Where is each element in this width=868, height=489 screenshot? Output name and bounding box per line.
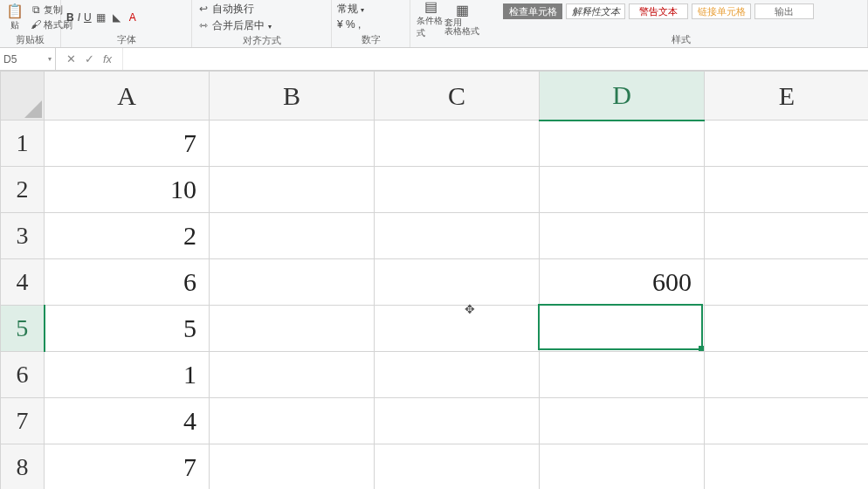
cell-C5[interactable] [375, 306, 540, 352]
cell-B6[interactable] [210, 352, 375, 398]
cell-D3[interactable] [540, 213, 705, 259]
copy-label: 复制 [44, 3, 63, 17]
style-swatch-output[interactable]: 输出 [754, 3, 814, 19]
cell-B7[interactable] [210, 398, 375, 444]
row-header-5[interactable]: 5 [1, 306, 45, 352]
fill-icon: ◣ [111, 11, 123, 24]
row-header-7[interactable]: 7 [1, 398, 45, 444]
cell-E6[interactable] [705, 352, 869, 398]
cell-E3[interactable] [705, 213, 869, 259]
column-header-C[interactable]: C [375, 72, 540, 121]
cell-B3[interactable] [210, 213, 375, 259]
style-swatch-check[interactable]: 检查单元格 [503, 3, 562, 19]
row-header-1[interactable]: 1 [1, 121, 45, 167]
comma-button[interactable]: , [358, 18, 361, 31]
row-header-8[interactable]: 8 [1, 444, 45, 490]
style-swatch-explain[interactable]: 解释性文本 [566, 3, 625, 19]
font-color-icon: A [127, 11, 139, 24]
cell-E4[interactable] [705, 259, 869, 306]
cell-B8[interactable] [210, 444, 375, 490]
cell-C1[interactable] [375, 121, 540, 167]
cell-A4[interactable]: 6 [45, 259, 210, 306]
row-header-3[interactable]: 3 [1, 213, 45, 259]
style-swatch-warn[interactable]: 警告文本 [629, 3, 688, 19]
spreadsheet-grid[interactable]: ABCDE 17210324660055617487 ✥ [0, 71, 868, 489]
cell-E8[interactable] [705, 444, 869, 490]
cell-E5[interactable] [705, 306, 869, 352]
cell-D1[interactable] [540, 121, 705, 167]
font-color-button[interactable]: A [127, 11, 139, 24]
conditional-format-icon: ▤ [424, 0, 437, 15]
row-header-4[interactable]: 4 [1, 259, 45, 306]
cell-D6[interactable] [540, 352, 705, 398]
cell-C7[interactable] [375, 398, 540, 444]
cell-B4[interactable] [210, 259, 375, 306]
column-header-D[interactable]: D [540, 72, 705, 121]
select-all-corner[interactable] [1, 72, 45, 121]
cell-A7[interactable]: 4 [45, 398, 210, 444]
formula-bar[interactable] [123, 48, 868, 70]
ribbon-group-clipboard: 📋 贴 ⧉ 复制 🖌 格式刷 剪贴板 [0, 0, 61, 47]
percent-button[interactable]: % [346, 18, 355, 31]
cell-D7[interactable] [540, 398, 705, 444]
cell-A3[interactable]: 2 [45, 213, 210, 259]
ribbon-group-formatting: ▤ 条件格式 ▦ 套用 表格格式 [410, 0, 494, 47]
merge-label: 合并后居中 [212, 19, 265, 31]
font-group-label: 字体 [66, 32, 186, 46]
style-swatch-link[interactable]: 链接单元格 [692, 3, 751, 19]
italic-button[interactable]: I [78, 11, 80, 24]
cell-D8[interactable] [540, 444, 705, 490]
paste-button[interactable]: 📋 贴 [5, 4, 24, 31]
cell-D2[interactable] [540, 167, 705, 213]
wrap-label: 自动换行 [212, 3, 254, 15]
merge-center-button[interactable]: ⇿ 合并后居中 ▾ [197, 18, 272, 33]
cell-D4[interactable]: 600 [540, 259, 705, 306]
ribbon-group-font: B I U ▦ ◣ A 字体 [61, 0, 192, 47]
number-format-select[interactable]: 常规 ▾ [337, 2, 364, 17]
fx-icon[interactable]: fx [103, 52, 112, 65]
merge-icon: ⇿ [197, 19, 210, 31]
conditional-format-button[interactable]: ▤ 条件格式 [416, 5, 445, 31]
name-box-value: D5 [3, 53, 17, 65]
bold-button[interactable]: B [66, 11, 74, 24]
cell-E7[interactable] [705, 398, 869, 444]
cancel-formula-button[interactable]: ✕ [66, 52, 76, 65]
styles-group-label: 样式 [499, 32, 862, 46]
ribbon-group-number: 常规 ▾ ¥ % , 数字 [332, 0, 410, 47]
cell-A6[interactable]: 1 [45, 352, 210, 398]
name-box[interactable]: D5 ▾ [0, 48, 56, 70]
underline-button[interactable]: U [84, 11, 92, 24]
paste-icon: 📋 [6, 3, 24, 19]
row-header-2[interactable]: 2 [1, 167, 45, 213]
cell-D5[interactable] [540, 306, 705, 352]
cell-B5[interactable] [210, 306, 375, 352]
cell-A8[interactable]: 7 [45, 444, 210, 490]
cell-E1[interactable] [705, 121, 869, 167]
column-header-E[interactable]: E [705, 72, 869, 121]
cell-E2[interactable] [705, 167, 869, 213]
cell-A1[interactable]: 7 [45, 121, 210, 167]
column-header-A[interactable]: A [45, 72, 210, 121]
cell-B1[interactable] [210, 121, 375, 167]
cell-C3[interactable] [375, 213, 540, 259]
cell-A2[interactable]: 10 [45, 167, 210, 213]
cell-B2[interactable] [210, 167, 375, 213]
alignment-group-label: 对齐方式 [197, 33, 326, 47]
border-button[interactable]: ▦ [95, 11, 107, 24]
border-icon: ▦ [95, 11, 107, 24]
fill-color-button[interactable]: ◣ [111, 11, 123, 24]
cell-C4[interactable] [375, 259, 540, 306]
table-format-button[interactable]: ▦ 套用 表格格式 [447, 5, 477, 31]
formula-bar-row: D5 ▾ ✕ ✓ fx [0, 48, 868, 71]
row-header-6[interactable]: 6 [1, 352, 45, 398]
cell-C8[interactable] [375, 444, 540, 490]
cell-C2[interactable] [375, 167, 540, 213]
accept-formula-button[interactable]: ✓ [85, 52, 94, 65]
table-format-icon: ▦ [456, 2, 469, 18]
currency-button[interactable]: ¥ [337, 18, 343, 31]
chevron-down-icon: ▾ [48, 55, 52, 63]
cell-C6[interactable] [375, 352, 540, 398]
column-header-B[interactable]: B [210, 72, 375, 121]
wrap-text-button[interactable]: ↩ 自动换行 [197, 2, 254, 17]
cell-A5[interactable]: 5 [45, 306, 210, 352]
